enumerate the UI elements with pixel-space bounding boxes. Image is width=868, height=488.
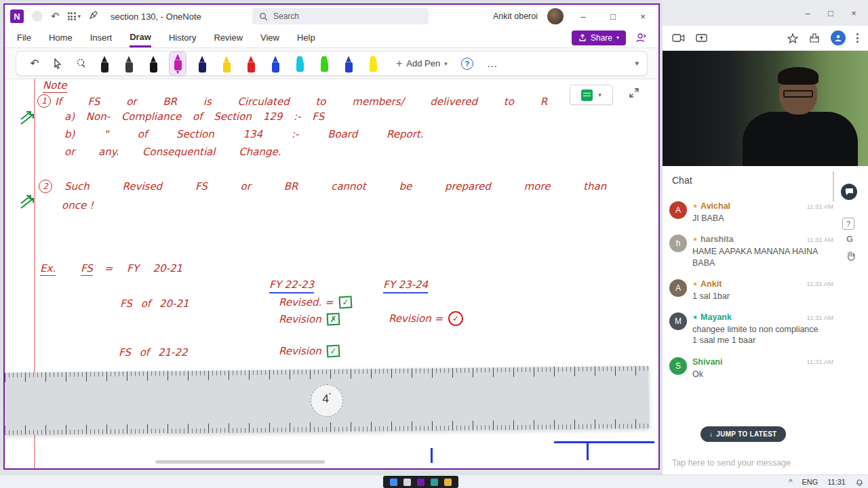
browser-menu-icon[interactable] bbox=[856, 33, 859, 43]
question-button[interactable]: ? bbox=[842, 218, 854, 230]
clock[interactable]: 11:31 bbox=[827, 478, 846, 486]
member-star-icon: ★ bbox=[692, 314, 698, 321]
tab-home[interactable]: Home bbox=[49, 29, 73, 46]
pen-blue[interactable] bbox=[267, 54, 283, 73]
collapse-toolbar-icon[interactable]: ▾ bbox=[635, 59, 639, 68]
undo-tool-icon[interactable]: ↶ bbox=[24, 54, 45, 74]
pen-yellow[interactable] bbox=[218, 54, 235, 73]
jump-to-latest-button[interactable]: ↓ JUMP TO LATEST bbox=[701, 426, 786, 442]
draw-toolbar-strip: ↶ ▾ + Add Pen ▾ ? … bbox=[5, 48, 658, 79]
help-button[interactable]: ? bbox=[461, 58, 473, 70]
pen-red[interactable] bbox=[243, 54, 259, 73]
member-star-icon: ★ bbox=[692, 236, 698, 243]
message-text: JI BABA bbox=[692, 213, 833, 224]
plus-icon: + bbox=[396, 58, 402, 70]
expand-icon[interactable] bbox=[629, 87, 639, 98]
minimize-button[interactable]: – bbox=[573, 12, 593, 22]
more-options-button[interactable]: … bbox=[487, 58, 498, 70]
pen-blue-2[interactable] bbox=[340, 54, 357, 73]
pen-black[interactable] bbox=[96, 54, 113, 73]
pen-magenta-selected[interactable]: ▾ bbox=[170, 52, 186, 75]
browser-close-button[interactable]: × bbox=[844, 8, 864, 18]
ink-fs-20-21: FS of 20-21 bbox=[120, 298, 189, 310]
timestamp: 11:31 AM bbox=[807, 203, 833, 210]
sender-name: harshita bbox=[701, 235, 734, 244]
profile-avatar[interactable] bbox=[831, 30, 846, 45]
pointer-icon bbox=[53, 58, 62, 69]
ink-item2-number: 2 bbox=[39, 180, 52, 193]
chat-bubble-button[interactable] bbox=[841, 184, 857, 200]
tab-help[interactable]: Help bbox=[297, 29, 315, 46]
undo-icon[interactable]: ↶ bbox=[51, 10, 60, 22]
blue-ink-tick bbox=[431, 448, 433, 463]
camera-icon[interactable] bbox=[672, 33, 685, 43]
lasso-select-icon[interactable] bbox=[71, 54, 91, 74]
meet-person-icon[interactable] bbox=[635, 33, 646, 43]
quick-access-grid-button[interactable]: ▾ bbox=[68, 12, 81, 20]
chat-message: A ★ Ankit 11:31 AM 1 sal 1bar bbox=[669, 279, 833, 302]
ink-line1: If FS or BR is Circulated to members/ de… bbox=[55, 96, 547, 108]
add-pen-button[interactable]: + Add Pen ▾ bbox=[396, 58, 448, 70]
search-placeholder: Search bbox=[273, 12, 299, 21]
tray-expand-icon[interactable]: ^ bbox=[789, 478, 792, 486]
ruler-tool[interactable]: 4 ° bbox=[5, 366, 649, 435]
ink-ex-rest: = FY 20-21 bbox=[104, 262, 182, 274]
pen-dark-gray[interactable] bbox=[121, 54, 137, 73]
blue-ink-tick bbox=[587, 443, 589, 460]
tab-history[interactable]: History bbox=[169, 29, 196, 46]
window-title: section 130, - OneNote bbox=[111, 12, 201, 22]
ruler-angle-dial[interactable]: 4 ° bbox=[311, 384, 344, 418]
raise-hand-button[interactable] bbox=[846, 250, 856, 264]
maximize-button[interactable]: □ bbox=[603, 12, 623, 22]
note-canvas[interactable]: Note ▾ 1 If FS or BR is Circulated to me… bbox=[5, 79, 658, 468]
taskbar-app-icon[interactable] bbox=[417, 479, 425, 486]
ink-revision-eq-label: Revision = bbox=[389, 312, 443, 325]
highlighter-cyan[interactable] bbox=[292, 54, 308, 73]
ink-item1-number: 1 bbox=[37, 94, 51, 108]
ribbon-menu: File Home Insert Draw History Review Vie… bbox=[5, 28, 658, 48]
ink-line2: Such Revised FS or BR cannot be prepared… bbox=[64, 180, 606, 192]
red-circle-check: ✓ bbox=[448, 311, 463, 326]
browser-toolbar bbox=[663, 26, 868, 51]
ink-revised-label: Revised. = bbox=[279, 296, 334, 308]
language-indicator[interactable]: ENG bbox=[802, 478, 818, 486]
bookmark-star-icon[interactable] bbox=[787, 33, 798, 43]
account-avatar[interactable] bbox=[547, 8, 564, 24]
timestamp: 11:31 AM bbox=[807, 236, 833, 243]
pen-black-2[interactable] bbox=[145, 54, 161, 73]
ink-line2b: once ! bbox=[62, 199, 94, 211]
select-pointer-icon[interactable] bbox=[47, 54, 68, 74]
notification-bell-icon[interactable] bbox=[855, 478, 864, 487]
browser-minimize-button[interactable]: – bbox=[797, 8, 818, 18]
tab-review[interactable]: Review bbox=[214, 29, 243, 46]
horizontal-scrollbar[interactable] bbox=[155, 460, 325, 464]
sticky-note-button[interactable]: ▾ bbox=[570, 85, 613, 105]
taskbar-app-icon[interactable] bbox=[390, 479, 397, 486]
tab-insert[interactable]: Insert bbox=[90, 29, 113, 46]
close-button[interactable]: × bbox=[633, 12, 653, 22]
highlighter-yellow[interactable] bbox=[365, 54, 381, 73]
tab-share-icon[interactable] bbox=[696, 33, 707, 43]
chat-input[interactable]: Tap here to send your message bbox=[672, 458, 791, 468]
extensions-puzzle-icon[interactable] bbox=[809, 33, 820, 43]
down-arrow-icon: ↓ bbox=[709, 430, 713, 438]
tab-draw[interactable]: Draw bbox=[130, 28, 151, 47]
green-checkbox-check: ✓ bbox=[338, 296, 352, 309]
pen-navy[interactable] bbox=[194, 54, 210, 73]
chat-scrollbar[interactable] bbox=[833, 171, 834, 201]
tab-view[interactable]: View bbox=[260, 29, 279, 46]
sender-name: Ankit bbox=[701, 279, 722, 289]
quick-access-pen-button[interactable] bbox=[89, 10, 98, 22]
search-input[interactable]: Search bbox=[252, 8, 429, 24]
chat-panel: Chat ? G A ★ Avichal 11:31 AM JI BABA h … bbox=[663, 166, 868, 474]
tab-file[interactable]: File bbox=[17, 29, 31, 46]
taskbar-app-icon[interactable] bbox=[431, 479, 438, 486]
taskbar-app-icon[interactable] bbox=[403, 479, 411, 486]
share-button[interactable]: Share ▾ bbox=[572, 30, 626, 45]
gif-button[interactable]: G bbox=[846, 234, 853, 244]
browser-restore-button[interactable]: □ bbox=[821, 8, 841, 18]
taskbar-app-icon[interactable] bbox=[444, 479, 452, 486]
highlighter-green[interactable] bbox=[316, 54, 332, 73]
ink-line1c: or any. Consequential Change. bbox=[64, 146, 281, 158]
avatar: h bbox=[669, 235, 687, 252]
